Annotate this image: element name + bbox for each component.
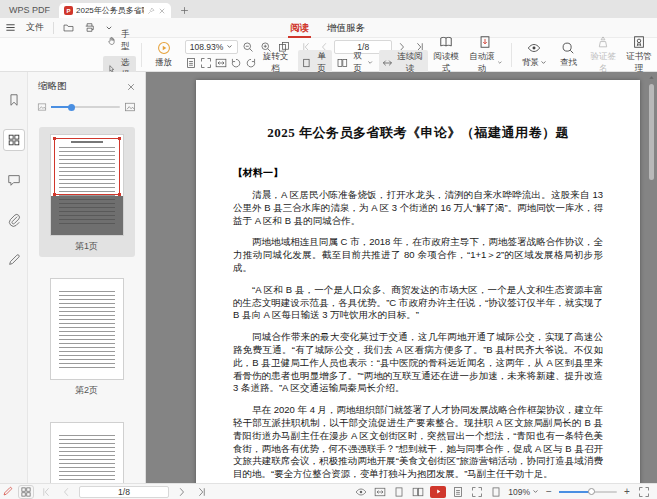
fit-page-button[interactable] <box>451 486 465 498</box>
thumbnail-page-2-preview <box>51 279 123 379</box>
hand-tool-button[interactable]: 手型 <box>103 28 136 54</box>
bookmark-icon <box>7 93 21 107</box>
thumbnail-size-slider-row <box>28 97 145 121</box>
first-page-button[interactable] <box>39 486 53 498</box>
thumbnail-list: 第1页 第2页 第3页 <box>28 121 145 483</box>
fit-page-icon <box>185 57 197 69</box>
chevron-down-icon <box>540 59 547 66</box>
large-image-icon <box>124 101 136 113</box>
thumbnail-size-slider[interactable] <box>51 106 120 108</box>
single-page-label: 单页 <box>314 51 329 75</box>
previous-page-button[interactable] <box>59 486 73 498</box>
app-name-label: WPS PDF <box>0 5 59 18</box>
thumbnails-panel-button[interactable] <box>4 130 24 150</box>
pdf-file-icon: P <box>64 6 73 15</box>
thumbnail-label: 第2页 <box>75 384 98 397</box>
wps-pdf-window: WPS PDF P 2025年公务员多省联考《申... 文件 阅读 增值服务 手… <box>0 0 657 499</box>
page-number-input[interactable]: 1/8 <box>79 486 169 498</box>
content-area: 缩略图 <box>0 72 657 483</box>
last-page-button[interactable] <box>195 486 209 498</box>
double-page-view-button[interactable] <box>411 486 425 498</box>
background-label: 背景 <box>522 57 539 69</box>
out-of-view-overlay <box>51 196 123 235</box>
main-menu-button[interactable] <box>0 20 21 35</box>
reading-toolbar: 手型 选择 播放 108.93% <box>0 38 657 72</box>
thumbnail-page-2[interactable]: 第2页 <box>39 271 135 401</box>
thumbnail-page-3[interactable]: 第3页 <box>39 415 135 483</box>
open-file-button[interactable] <box>58 20 79 35</box>
tab-read[interactable]: 阅读 <box>288 18 311 38</box>
background-button[interactable]: 背景 <box>517 40 551 70</box>
zoom-level-select[interactable]: 109% <box>508 487 539 497</box>
doc-paragraph: “A 区和 B 县，一个是人口众多、商贸发达的市场大区，一个是人文和生态资源丰富… <box>233 284 603 322</box>
statusbar-right: 109% − + <box>354 486 657 498</box>
attachments-panel-button[interactable] <box>4 210 24 230</box>
ribbon-tabs: 阅读 增值服务 <box>288 18 367 38</box>
zoom-out-icon <box>242 41 254 53</box>
print-button[interactable] <box>79 20 100 35</box>
new-tab-button[interactable] <box>177 3 191 17</box>
signature-panel-button[interactable] <box>4 250 24 270</box>
zoom-out-button[interactable]: − <box>544 486 554 497</box>
vertical-scrollbar[interactable] <box>647 72 656 483</box>
hand-icon <box>107 35 116 47</box>
rotate-left-button[interactable] <box>229 56 242 70</box>
thumbnails-icon <box>20 486 32 498</box>
background-button[interactable] <box>354 486 368 498</box>
comments-panel-button[interactable] <box>4 170 24 190</box>
fullscreen-button[interactable] <box>637 486 651 498</box>
zoom-in-button[interactable]: + <box>622 486 632 497</box>
zoom-level-select[interactable]: 108.93% <box>185 40 239 54</box>
document-tab[interactable]: P 2025年公务员多省联考《申... <box>59 3 171 18</box>
statusbar-left: 1/8 <box>0 486 209 498</box>
fit-width-button[interactable] <box>373 486 387 498</box>
actual-size-button[interactable] <box>200 56 213 70</box>
titlebar: WPS PDF P 2025年公务员多省联考《申... <box>0 0 657 18</box>
seal-icon <box>596 35 610 49</box>
rotate-right-icon <box>245 57 257 69</box>
certificate-manage-button[interactable]: 证书管理 <box>621 34 657 76</box>
document-viewer[interactable]: 2025 年公务员多省联考《申论》（福建通用卷）题 【材料一】 清晨，A 区居民… <box>146 72 657 483</box>
scrollbar-thumb[interactable] <box>649 84 654 180</box>
bookmarks-panel-button[interactable] <box>4 90 24 110</box>
fit-page-button[interactable] <box>185 56 198 70</box>
read-mode-button[interactable]: 阅读模式 <box>428 34 464 76</box>
auto-scroll-button[interactable]: 自动滚动 <box>464 34 506 76</box>
viewport-rectangle[interactable] <box>54 138 120 195</box>
auto-scroll-label: 自动滚动 <box>468 51 496 75</box>
zoom-out-button[interactable] <box>240 40 256 54</box>
eye-icon <box>527 41 541 55</box>
rotate-right-button[interactable] <box>244 56 257 70</box>
close-panel-button[interactable] <box>126 82 136 92</box>
thumbnail-page-1[interactable]: 第1页 <box>39 127 135 257</box>
zoom-slider[interactable] <box>559 491 617 493</box>
scroll-up-icon[interactable] <box>648 74 655 81</box>
play-slideshow-button[interactable]: 播放 <box>147 40 181 70</box>
fit-width-icon <box>215 57 227 69</box>
zoom-slider-handle[interactable] <box>588 488 595 495</box>
certificate-manage-label: 证书管理 <box>625 51 653 75</box>
fit-visible-button[interactable] <box>489 486 503 498</box>
play-slideshow-button[interactable] <box>430 486 446 498</box>
fit-width-button[interactable] <box>214 56 227 70</box>
single-page-icon <box>393 486 405 498</box>
annotate-pen-icon[interactable] <box>2 486 13 497</box>
zoom-slider-fill <box>559 491 589 493</box>
toggle-panel-button[interactable] <box>19 486 33 498</box>
single-page-view-button[interactable] <box>392 486 406 498</box>
chevron-down-icon <box>497 59 503 66</box>
thumbnail-page-1-preview <box>51 135 123 235</box>
file-menu-button[interactable]: 文件 <box>21 19 49 36</box>
close-tab-icon[interactable] <box>158 7 166 15</box>
double-page-label: 双页 <box>350 51 365 75</box>
next-page-button[interactable] <box>175 486 189 498</box>
actual-size-button[interactable] <box>470 486 484 498</box>
pin-tab-icon[interactable] <box>147 7 155 15</box>
slider-handle[interactable] <box>68 104 75 111</box>
actual-size-icon <box>471 486 483 498</box>
tab-value-services[interactable]: 增值服务 <box>325 18 367 38</box>
previous-page-icon <box>60 486 72 498</box>
find-button[interactable]: 查找 <box>551 40 585 70</box>
eye-icon <box>355 486 367 498</box>
play-icon <box>435 488 442 495</box>
